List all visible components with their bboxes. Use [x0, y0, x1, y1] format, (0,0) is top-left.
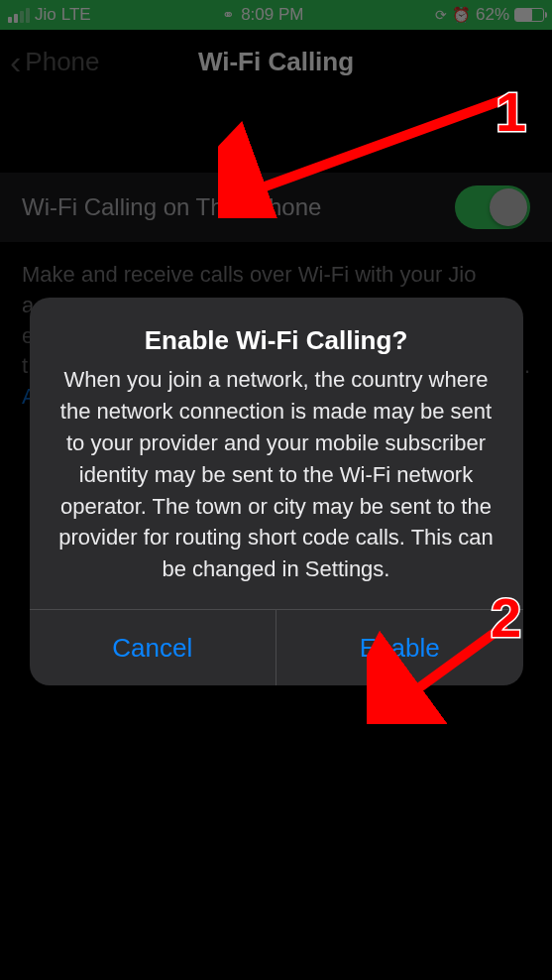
alert-title: Enable Wi-Fi Calling? — [57, 325, 496, 356]
alert-body: Enable Wi-Fi Calling? When you join a ne… — [30, 298, 523, 609]
enable-alert: Enable Wi-Fi Calling? When you join a ne… — [30, 298, 523, 685]
alert-message: When you join a network, the country whe… — [57, 364, 496, 585]
cancel-button[interactable]: Cancel — [30, 610, 276, 685]
enable-button[interactable]: Enable — [276, 610, 523, 685]
alert-actions: Cancel Enable — [30, 609, 523, 685]
